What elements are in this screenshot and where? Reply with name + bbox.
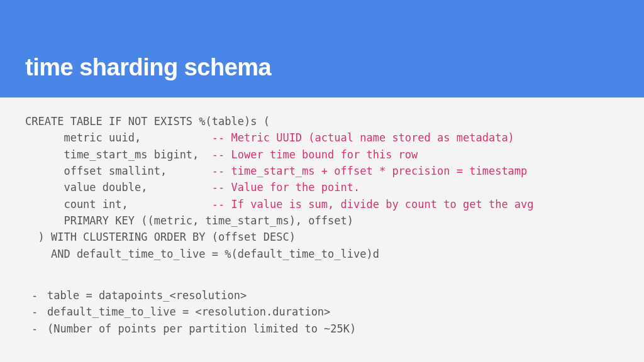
sql-code-block: CREATE TABLE IF NOT EXISTS %(table)s ( m… (25, 113, 619, 262)
slide-title: time sharding schema (25, 54, 271, 81)
bullet-text: default_time_to_live = <resolution.durat… (47, 304, 330, 320)
bullet-dash: - (25, 321, 47, 337)
code-line: time_start_ms bigint, (25, 148, 212, 161)
bullet-dash: - (25, 304, 47, 320)
code-line: value double, (25, 181, 212, 194)
code-line: metric uuid, (25, 131, 212, 144)
list-item: - (Number of points per partition limite… (25, 321, 619, 337)
sql-comment: -- Value for the point. (212, 181, 360, 194)
sql-comment: -- time_start_ms + offset * precision = … (212, 165, 528, 177)
list-item: - default_time_to_live = <resolution.dur… (25, 304, 619, 320)
code-line: AND default_time_to_live = %(default_tim… (25, 248, 379, 260)
slide-body: CREATE TABLE IF NOT EXISTS %(table)s ( m… (0, 97, 644, 337)
bullet-text: table = datapoints_<resolution> (47, 287, 247, 304)
bullet-dash: - (25, 287, 47, 304)
code-line: CREATE TABLE IF NOT EXISTS %(table)s ( (25, 115, 270, 128)
sql-comment: -- Metric UUID (actual name stored as me… (212, 131, 514, 144)
code-line: ) WITH CLUSTERING ORDER BY (offset DESC) (25, 231, 296, 243)
code-line: offset smallint, (25, 165, 212, 177)
list-item: - table = datapoints_<resolution> (25, 287, 619, 304)
code-line: PRIMARY KEY ((metric, time_start_ms), of… (25, 214, 353, 227)
sql-comment: -- Lower time bound for this row (212, 148, 418, 161)
bullet-list: - table = datapoints_<resolution> - defa… (25, 287, 619, 337)
code-line: count int, (25, 198, 212, 211)
sql-comment: -- If value is sum, divide by count to g… (212, 198, 534, 211)
slide-header: time sharding schema (0, 0, 644, 97)
bullet-text: (Number of points per partition limited … (47, 321, 356, 337)
